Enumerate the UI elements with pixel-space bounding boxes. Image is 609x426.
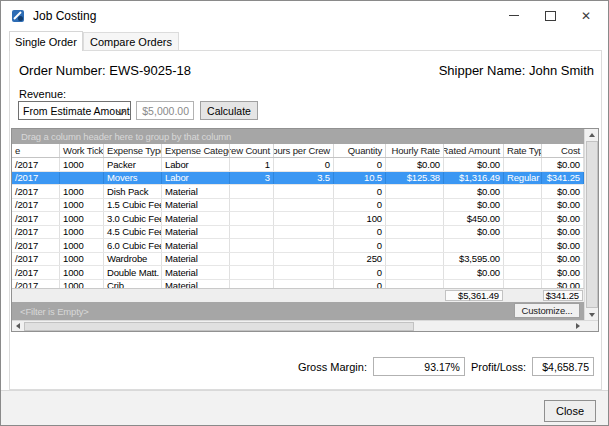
- table-row[interactable]: /201710004.5 Cubic FeetMaterial0$0.00$0.…: [12, 226, 584, 240]
- table-row[interactable]: /20171000PackerLabor100$0.00$0.00$0.00: [12, 158, 584, 172]
- horizontal-scrollbar-thumb[interactable]: [24, 322, 414, 331]
- table-row[interactable]: /201710001.5 Cubic FeetMaterial0$0.00$0.…: [12, 199, 584, 213]
- cell-hourly-rate: [386, 212, 444, 225]
- calculate-button[interactable]: Calculate: [200, 101, 258, 120]
- cell-hourly-rate: [386, 280, 444, 289]
- cell-quantity: 100: [334, 212, 386, 225]
- table-row[interactable]: /2017MoversLabor33.510.5$125.38$1,316.49…: [12, 172, 584, 186]
- horizontal-scrollbar[interactable]: [12, 320, 598, 331]
- cell-work-ticket: [60, 172, 104, 185]
- cell-crew-count: [230, 280, 274, 289]
- cell-hourly-rate: [386, 199, 444, 212]
- maximize-button[interactable]: [532, 1, 568, 30]
- cell-crew-count: [230, 253, 274, 266]
- grid-filter-bar: <Filter is Empty> Customize...: [12, 302, 584, 320]
- table-row[interactable]: /20171000WardrobeMaterial250$3,595.00$0.…: [12, 253, 584, 267]
- close-icon: ✕: [581, 10, 591, 22]
- cell-hours-per-crew: [274, 185, 334, 198]
- cell-date: /2017: [12, 172, 60, 185]
- revenue-amount-field[interactable]: $5,000.00: [136, 101, 194, 120]
- column-header-expense-type[interactable]: Expense Type: [104, 144, 162, 157]
- cell-expense-type: 3.0 Cubic Feet: [104, 212, 162, 225]
- tab-compare-orders[interactable]: Compare Orders: [83, 32, 179, 51]
- table-row[interactable]: /20171000CribMaterial0$0.00: [12, 280, 584, 289]
- cell-hourly-rate: [386, 226, 444, 239]
- cell-rated-amount: $3,595.00: [444, 253, 504, 266]
- cell-crew-count: 1: [230, 158, 274, 171]
- scroll-down-button[interactable]: [585, 309, 599, 320]
- scroll-down-icon: [589, 313, 595, 317]
- cell-expense-category: Material: [162, 199, 230, 212]
- summary-cell-date: [12, 289, 60, 302]
- cell-date: /2017: [12, 239, 60, 252]
- cell-hourly-rate: $125.38: [386, 172, 444, 185]
- scroll-right-button[interactable]: [572, 321, 584, 332]
- summary-cell-hours-per-crew: [274, 289, 334, 302]
- cell-rated-amount: $0.00: [444, 158, 504, 171]
- table-row[interactable]: /20171000Double Matt.Material0$0.00$0.00: [12, 266, 584, 280]
- tab-single-order[interactable]: Single Order: [9, 31, 83, 51]
- minimize-icon: [509, 15, 519, 16]
- cell-expense-type: Packer: [104, 158, 162, 171]
- cell-hours-per-crew: [274, 199, 334, 212]
- group-by-panel[interactable]: Drag a column header here to group by th…: [12, 129, 584, 144]
- cell-hourly-rate: [386, 239, 444, 252]
- cell-expense-category: Material: [162, 266, 230, 279]
- cell-quantity: 0: [334, 226, 386, 239]
- scroll-left-button[interactable]: [12, 321, 24, 332]
- cell-hourly-rate: [386, 253, 444, 266]
- scroll-up-button[interactable]: [585, 129, 599, 140]
- column-header-date[interactable]: e: [12, 144, 60, 157]
- cell-rate-type: [504, 253, 542, 266]
- vertical-scrollbar-thumb[interactable]: [586, 141, 598, 308]
- scrollbar-corner: [584, 321, 598, 332]
- close-window-button[interactable]: ✕: [568, 1, 604, 30]
- cell-expense-type: 4.5 Cubic Feet: [104, 226, 162, 239]
- revenue-label: Revenue:: [19, 88, 66, 100]
- summary-total-cost: $341.25: [543, 290, 583, 301]
- gross-margin-field[interactable]: 93.17%: [373, 357, 465, 376]
- close-button[interactable]: Close: [544, 400, 596, 422]
- app-icon: [11, 9, 25, 23]
- summary-cell-crew-count: [230, 289, 274, 302]
- cell-expense-type: Wardrobe: [104, 253, 162, 266]
- cell-expense-category: Material: [162, 226, 230, 239]
- column-header-hourly-rate[interactable]: Hourly Rate: [386, 144, 444, 157]
- window-title: Job Costing: [33, 9, 96, 23]
- cell-crew-count: [230, 212, 274, 225]
- cell-cost: $0.00: [542, 199, 584, 212]
- cell-crew-count: [230, 226, 274, 239]
- cell-quantity: 0: [334, 199, 386, 212]
- cell-cost: $0.00: [542, 280, 584, 289]
- cell-quantity: 0: [334, 280, 386, 289]
- column-header-rate-type[interactable]: Rate Type: [504, 144, 542, 157]
- table-row[interactable]: /201710006.0 Cubic FeetMaterial0$0.00: [12, 239, 584, 253]
- cell-expense-category: Material: [162, 253, 230, 266]
- vertical-scrollbar[interactable]: [584, 129, 598, 320]
- cell-crew-count: [230, 239, 274, 252]
- column-header-work-ticket[interactable]: Work Ticket: [60, 144, 104, 157]
- table-row[interactable]: /20171000Dish PackMaterial0$0.00$0.00: [12, 185, 584, 199]
- column-header-hours-per-crew[interactable]: Hours per Crew: [274, 144, 334, 157]
- revenue-source-dropdown[interactable]: From Estimate Amount: [18, 101, 131, 120]
- cell-cost: $341.25: [542, 172, 584, 185]
- cell-date: /2017: [12, 266, 60, 279]
- cell-rate-type: [504, 185, 542, 198]
- customize-button[interactable]: Customize...: [514, 303, 580, 318]
- cell-rate-type: [504, 239, 542, 252]
- cell-expense-type: 6.0 Cubic Feet: [104, 239, 162, 252]
- cell-cost: $0.00: [542, 212, 584, 225]
- table-row[interactable]: /201710003.0 Cubic FeetMaterial100$450.0…: [12, 212, 584, 226]
- minimize-button[interactable]: [496, 1, 532, 30]
- cell-expense-type: 1.5 Cubic Feet: [104, 199, 162, 212]
- column-header-expense-category[interactable]: Expense Category: [162, 144, 230, 157]
- order-number-label: Order Number: EWS-9025-18: [19, 63, 191, 78]
- column-header-quantity[interactable]: Quantity: [334, 144, 386, 157]
- scroll-up-icon: [589, 133, 595, 137]
- title-bar[interactable]: Job Costing ✕: [1, 1, 608, 31]
- column-header-cost[interactable]: Cost: [542, 144, 584, 157]
- column-header-rated-amount[interactable]: Rated Amount: [444, 144, 504, 157]
- cell-expense-type: Dish Pack: [104, 185, 162, 198]
- column-header-crew-count[interactable]: Crew Count: [230, 144, 274, 157]
- profit-loss-field[interactable]: $4,658.75: [532, 357, 594, 376]
